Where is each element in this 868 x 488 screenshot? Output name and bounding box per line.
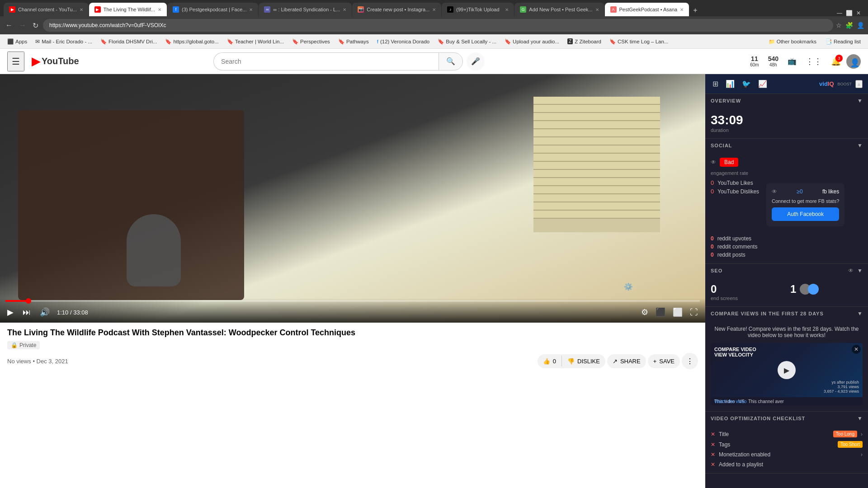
eye-toggle-icon[interactable]: 👁 (711, 159, 716, 165)
new-tab-button[interactable]: + (689, 5, 701, 16)
save-button[interactable]: + SAVE (648, 354, 680, 368)
close-icon[interactable]: ✕ (856, 10, 861, 16)
social-section-header[interactable]: SOCIAL ▼ (705, 139, 868, 152)
seo-toggle-icon[interactable]: ▼ (857, 267, 863, 274)
compare-views-section: COMPARE VIEWS IN THE FIRST 28 DAYS ▼ New… (705, 307, 868, 412)
forward-button[interactable]: → (17, 19, 28, 31)
tab-facebook[interactable]: f (3) Pestgeekpodcast | Face... ✕ (167, 3, 258, 16)
tab-close-btn[interactable]: ✕ (249, 7, 253, 12)
reddit-upvotes-label: reddit upvotes (717, 235, 751, 242)
search-input[interactable] (213, 52, 439, 70)
bookmark-veronica[interactable]: f (12) Veronica Dorado (373, 38, 434, 46)
tab-liberated[interactable]: ∞ ∞ : Liberated Syndication - L... ✕ (259, 3, 352, 16)
tab-close-btn[interactable]: ✕ (80, 7, 83, 12)
vidiq-grid-icon[interactable]: ⊞ (711, 78, 720, 90)
checklist-arrow-icon[interactable]: › (861, 431, 863, 437)
compare-video-preview[interactable]: COMPARE VIDEOVIEW VELOCITY ▶ ✕ ys after … (711, 343, 863, 406)
bookmark-star-icon[interactable]: ☆ (836, 22, 842, 29)
dislike-button[interactable]: 👎 DISLIKE (562, 354, 605, 368)
bookmark-apps[interactable]: ⬛ Apps (4, 37, 31, 46)
tab-channel-content[interactable]: ▶ Channel content - YouTu... ✕ (4, 3, 89, 16)
usage-counter-right[interactable]: 540 48h (764, 53, 782, 69)
vidiq-twitter-icon[interactable]: 🐦 (740, 78, 753, 90)
notifications-button[interactable]: 🔔 3 (827, 53, 844, 70)
video-player[interactable]: ⚙️ ▶ ⏭ 🔊 1:10 / 33:08 (0, 74, 705, 323)
usage-counter-left[interactable]: 11 60m (746, 53, 762, 69)
bookmark-other[interactable]: 📁 Other bookmarks (765, 37, 820, 46)
volume-button[interactable]: 🔊 (38, 305, 52, 319)
profile-icon[interactable]: 👤 (857, 22, 864, 29)
auth-facebook-button[interactable]: Auth Facebook (772, 207, 839, 221)
tab-close-btn[interactable]: ✕ (595, 7, 599, 12)
checklist-arrow-icon[interactable]: › (861, 451, 863, 458)
compare-close-button[interactable]: ✕ (852, 345, 861, 354)
reading-icon: 📑 (826, 38, 832, 45)
tab-pest-geek[interactable]: G Add New Post • Pest Geek... ✕ (514, 3, 604, 16)
progress-scrubber[interactable] (26, 298, 31, 304)
bookmark-goto[interactable]: 🔖 https://global.goto... (161, 37, 222, 46)
like-button[interactable]: 👍 0 (538, 354, 561, 368)
engagement-row: 👁 Bad (711, 158, 863, 167)
search-button[interactable]: 🔍 (439, 52, 463, 70)
bookmark-buy-sell[interactable]: 🔖 Buy & Sell Locally - ... (434, 37, 500, 46)
tab-close-btn[interactable]: ✕ (680, 7, 684, 12)
fullscreen-button[interactable]: ⛶ (688, 305, 700, 319)
tab-tiktok[interactable]: ♪ (99+)TikTok Upload ✕ (442, 3, 514, 16)
tab-living-wildlife[interactable]: ▶ The Living The Wildlif... ✕ (89, 3, 167, 16)
vidiq-chart-icon[interactable]: 📊 (724, 78, 736, 90)
overview-toggle-icon[interactable]: ▼ (857, 98, 863, 104)
tab-close-btn[interactable]: ✕ (158, 7, 161, 12)
tab-asana[interactable]: A PestGeekPodcast • Asana ✕ (605, 3, 689, 16)
watch-video-link[interactable]: Watch the video (714, 399, 746, 404)
voice-search-button[interactable]: 🎤 (467, 52, 485, 70)
apps-grid-button[interactable]: ⋮⋮ (802, 53, 826, 70)
bookmark-ziteboard[interactable]: Z Z Ziteboard (564, 37, 605, 46)
account-avatar[interactable]: 👤 (846, 54, 861, 69)
extensions-icon[interactable]: 🧩 (845, 22, 853, 29)
check-x-icon: ✕ (711, 451, 715, 458)
fb-eye-icon[interactable]: 👁 (772, 188, 777, 195)
bookmark-csk[interactable]: 🔖 CSK time Log – Lan... (606, 37, 672, 46)
compare-toggle-icon[interactable]: ▼ (857, 310, 863, 317)
back-button[interactable]: ← (4, 19, 14, 31)
bookmark-teacher[interactable]: 🔖 Teacher | World Lin... (223, 37, 288, 46)
seo-eye-icon[interactable]: 👁 (848, 267, 854, 274)
miniplayer-button[interactable]: ⬛ (654, 305, 667, 319)
bookmark-dhsmv[interactable]: 🔖 Florida DHSMV Dri... (97, 37, 160, 46)
tab-close-btn[interactable]: ✕ (432, 7, 436, 12)
fb-likes-row: 👁 ≥0 fb likes (772, 188, 839, 195)
settings-button[interactable]: ⚙ (639, 305, 650, 319)
share-button[interactable]: ↗ SHARE (607, 354, 646, 368)
vidiq-header: ⊞ 📊 🐦 📈 vidIQ BOOST ▲ (705, 74, 868, 94)
minimize-icon[interactable]: — (837, 10, 842, 16)
theater-mode-button[interactable]: ⬜ (671, 305, 684, 319)
overview-section-header[interactable]: OVERVIEW ▼ (705, 94, 868, 108)
video-progress-bar[interactable] (5, 300, 700, 302)
compare-section-header[interactable]: COMPARE VIEWS IN THE FIRST 28 DAYS ▼ (705, 307, 868, 320)
checklist-section-header[interactable]: VIDEO OPTIMIZATION CHECKLIST ▼ (705, 412, 868, 425)
youtube-logo[interactable]: ▶ YouTube (32, 55, 79, 68)
compare-play-button[interactable]: ▶ (778, 361, 796, 379)
next-button[interactable]: ⏭ (21, 306, 33, 319)
reload-button[interactable]: ↻ (31, 19, 40, 32)
maximize-icon[interactable]: ⬜ (846, 10, 853, 16)
tab-close-btn[interactable]: ✕ (343, 7, 346, 12)
play-pause-button[interactable]: ▶ (5, 305, 15, 319)
cast-button[interactable]: 📺 (784, 53, 800, 69)
hamburger-menu-button[interactable]: ☰ (7, 52, 24, 71)
tab-instagram[interactable]: 📷 Create new post • Instagra... ✕ (352, 3, 441, 16)
bookmark-mail[interactable]: ✉ Mail - Eric Dorado - ... (32, 37, 96, 46)
tab-close-btn[interactable]: ✕ (505, 7, 509, 12)
url-input[interactable] (43, 19, 833, 32)
bookmark-upload[interactable]: 🔖 Upload your audio... (501, 37, 563, 46)
tab-title: Add New Post • Pest Geek... (529, 7, 592, 12)
bookmark-reading[interactable]: 📑 Reading list (822, 37, 864, 46)
social-toggle-icon[interactable]: ▼ (857, 142, 863, 149)
vidiq-trend-icon[interactable]: 📈 (756, 78, 769, 90)
more-options-button[interactable]: ⋮ (682, 353, 698, 369)
bookmark-perspectives[interactable]: 🔖 Perspectives (288, 37, 334, 46)
bookmark-pathways[interactable]: 🔖 Pathways (335, 37, 373, 46)
seo-section-header[interactable]: SEO 👁 ▼ (705, 264, 868, 277)
vidiq-collapse-button[interactable]: ▲ (855, 80, 863, 88)
checklist-toggle-icon[interactable]: ▼ (857, 415, 863, 422)
